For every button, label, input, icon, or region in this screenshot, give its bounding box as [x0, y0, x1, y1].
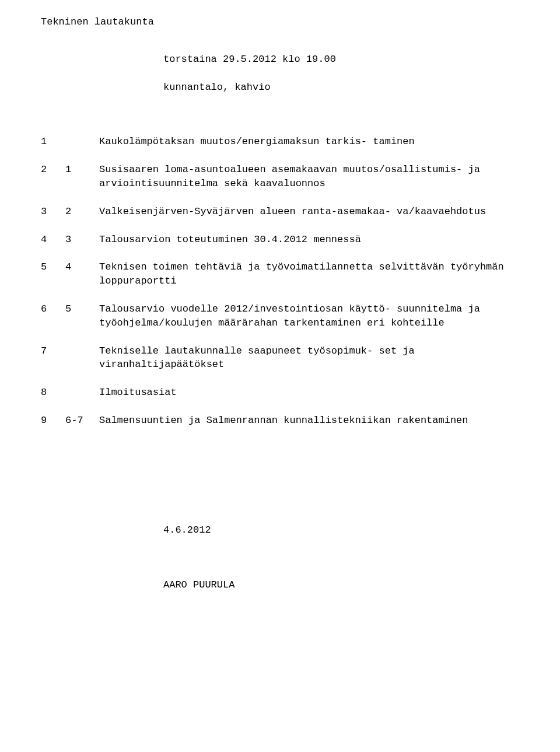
agenda-num1: 5 — [41, 260, 64, 302]
agenda-num2: 5 — [64, 302, 99, 344]
agenda-text: Talousarvio vuodelle 2012/investointiosa… — [99, 302, 519, 344]
agenda-num1: 8 — [41, 386, 64, 414]
agenda-num2: 3 — [64, 233, 99, 261]
agenda-row: 6 5 Talousarvio vuodelle 2012/investoint… — [41, 302, 519, 344]
agenda-num1: 1 — [41, 135, 64, 163]
agenda-row: 4 3 Talousarvion toteutuminen 30.4.2012 … — [41, 233, 519, 261]
agenda-num2 — [64, 386, 99, 414]
agenda-table: 1 Kaukolämpötaksan muutos/energiamaksun … — [41, 135, 519, 441]
agenda-num2: 6-7 — [64, 414, 99, 442]
footer-name: AARO PUURULA — [163, 578, 519, 592]
agenda-num2 — [64, 135, 99, 163]
agenda-row: 9 6-7 Salmensuuntien ja Salmenrannan kun… — [41, 414, 519, 442]
agenda-text: Valkeisenjärven-Syväjärven alueen ranta-… — [99, 205, 519, 233]
agenda-num2: 4 — [64, 260, 99, 302]
footer-date: 4.6.2012 — [163, 523, 519, 537]
agenda-num1: 7 — [41, 344, 64, 386]
agenda-num2: 1 — [64, 163, 99, 205]
agenda-num2: 2 — [64, 205, 99, 233]
agenda-text: Ilmoitusasiat — [99, 386, 519, 414]
agenda-row: 1 Kaukolämpötaksan muutos/energiamaksun … — [41, 135, 519, 163]
agenda-text: Tekniselle lautakunnalle saapuneet työso… — [99, 344, 519, 386]
agenda-text: Talousarvion toteutuminen 30.4.2012 menn… — [99, 233, 519, 261]
agenda-row: 5 4 Teknisen toimen tehtäviä ja työvoima… — [41, 260, 519, 302]
agenda-row: 8 Ilmoitusasiat — [41, 386, 519, 414]
agenda-text: Teknisen toimen tehtäviä ja työvoimatila… — [99, 260, 519, 302]
agenda-row: 7 Tekniselle lautakunnalle saapuneet työ… — [41, 344, 519, 386]
agenda-row: 3 2 Valkeisenjärven-Syväjärven alueen ra… — [41, 205, 519, 233]
agenda-num1: 4 — [41, 233, 64, 261]
agenda-row: 2 1 Susisaaren loma-asuntoalueen asemaka… — [41, 163, 519, 205]
header-title: Tekninen lautakunta — [41, 15, 519, 29]
agenda-num1: 9 — [41, 414, 64, 442]
agenda-text: Susisaaren loma-asuntoalueen asemakaavan… — [99, 163, 519, 205]
agenda-num1: 2 — [41, 163, 64, 205]
agenda-num1: 6 — [41, 302, 64, 344]
header-location: kunnantalo, kahvio — [163, 81, 519, 95]
agenda-num2 — [64, 344, 99, 386]
agenda-text: Kaukolämpötaksan muutos/energiamaksun ta… — [99, 135, 519, 163]
agenda-num1: 3 — [41, 205, 64, 233]
header-datetime: torstaina 29.5.2012 klo 19.00 — [163, 53, 519, 67]
agenda-text: Salmensuuntien ja Salmenrannan kunnallis… — [99, 414, 519, 442]
